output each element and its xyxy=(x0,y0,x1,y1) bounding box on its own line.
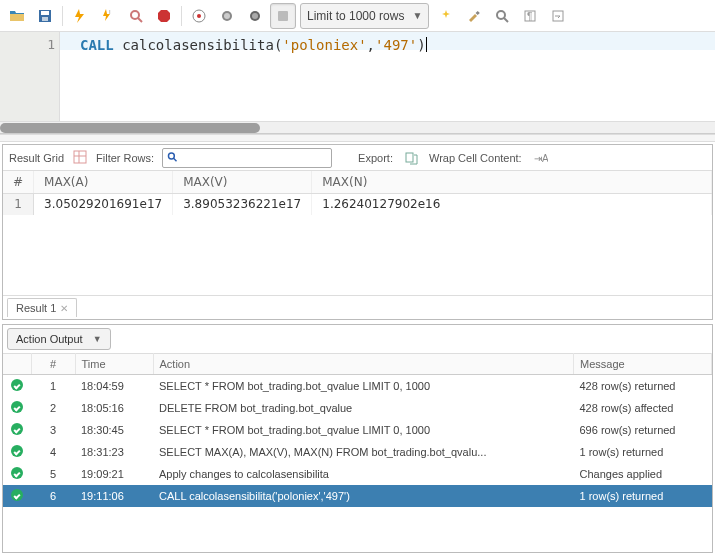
sql-toolbar: I Limit to 1000 rows ▼ ¶ xyxy=(0,0,715,32)
col-status[interactable] xyxy=(3,354,31,375)
col-message[interactable]: Message xyxy=(574,354,712,375)
cell-status xyxy=(3,441,31,463)
result-row[interactable]: 13.05029201691e173.89053236221e171.26240… xyxy=(3,193,712,215)
filter-rows-label: Filter Rows: xyxy=(96,152,154,164)
cell-action: SELECT * FROM bot_trading.bot_qvalue LIM… xyxy=(153,419,574,441)
success-icon xyxy=(11,467,23,479)
action-row[interactable]: 218:05:16DELETE FROM bot_trading.bot_qva… xyxy=(3,397,712,419)
action-output-panel: Action Output ▼ # Time Action Message 11… xyxy=(2,324,713,553)
scrollbar-thumb[interactable] xyxy=(0,123,260,133)
cell-num: 6 xyxy=(31,485,75,507)
svg-rect-20 xyxy=(74,151,86,163)
cell-message: Changes applied xyxy=(574,463,712,485)
cell-value[interactable]: 3.89053236221e17 xyxy=(173,193,312,215)
cell-action: CALL calcolasensibilita('poloniex','497'… xyxy=(153,485,574,507)
action-row[interactable]: 619:11:06CALL calcolasensibilita('poloni… xyxy=(3,485,712,507)
action-row[interactable]: 418:31:23SELECT MAX(A), MAX(V), MAX(N) F… xyxy=(3,441,712,463)
cell-message: 428 row(s) affected xyxy=(574,397,712,419)
col-max-a[interactable]: MAX(A) xyxy=(34,171,173,193)
col-max-v[interactable]: MAX(V) xyxy=(173,171,312,193)
cell-status xyxy=(3,463,31,485)
cell-status xyxy=(3,419,31,441)
svg-line-16 xyxy=(504,18,508,22)
svg-line-5 xyxy=(138,18,142,22)
export-label: Export: xyxy=(358,152,393,164)
stop-button[interactable] xyxy=(151,3,177,29)
cell-message: 1 row(s) returned xyxy=(574,441,712,463)
chevron-down-icon: ▼ xyxy=(93,334,102,344)
close-icon[interactable]: ✕ xyxy=(60,303,68,314)
svg-text:¶: ¶ xyxy=(527,11,532,22)
col-time[interactable]: Time xyxy=(75,354,153,375)
brush-button[interactable] xyxy=(461,3,487,29)
toggle-wrap-button[interactable] xyxy=(545,3,571,29)
filter-rows-input-wrap[interactable] xyxy=(162,148,332,168)
action-output-label: Action Output xyxy=(16,333,83,345)
svg-rect-1 xyxy=(41,11,49,15)
save-button[interactable] xyxy=(32,3,58,29)
sql-editor[interactable]: 1 ✕ CALL calcolasensibilita('poloniex','… xyxy=(0,32,715,134)
open-file-button[interactable] xyxy=(4,3,30,29)
editor-content[interactable]: CALL calcolasensibilita('poloniex','497'… xyxy=(60,32,715,133)
cell-value[interactable]: 3.05029201691e17 xyxy=(34,193,173,215)
cell-num: 2 xyxy=(31,397,75,419)
result-grid[interactable]: # MAX(A) MAX(V) MAX(N) 13.05029201691e17… xyxy=(3,171,712,295)
filter-rows-input[interactable] xyxy=(183,152,327,164)
col-action[interactable]: Action xyxy=(153,354,574,375)
col-max-n[interactable]: MAX(N) xyxy=(312,171,712,193)
find-button[interactable] xyxy=(489,3,515,29)
chevron-down-icon: ▼ xyxy=(412,10,422,21)
tab-label: Result 1 xyxy=(16,302,56,314)
execute-current-button[interactable]: I xyxy=(95,3,121,29)
cell-action: Apply changes to calcolasensibilita xyxy=(153,463,574,485)
cell-value[interactable]: 1.26240127902e16 xyxy=(312,193,712,215)
action-output-dropdown[interactable]: Action Output ▼ xyxy=(7,328,111,350)
svg-rect-25 xyxy=(406,153,413,162)
toggle-invisible-button[interactable]: ¶ xyxy=(517,3,543,29)
autocommit-button[interactable] xyxy=(242,3,268,29)
cell-num: 1 xyxy=(31,375,75,398)
execute-button[interactable] xyxy=(67,3,93,29)
success-icon xyxy=(11,445,23,457)
svg-marker-6 xyxy=(158,10,170,22)
cell-num: 3 xyxy=(31,419,75,441)
tab-result-1[interactable]: Result 1 ✕ xyxy=(7,298,77,317)
svg-rect-14 xyxy=(476,10,480,14)
svg-point-8 xyxy=(197,14,201,18)
svg-point-10 xyxy=(224,13,230,19)
limit-rows-dropdown[interactable]: Limit to 1000 rows ▼ xyxy=(300,3,429,29)
action-row[interactable]: 318:30:45SELECT * FROM bot_trading.bot_q… xyxy=(3,419,712,441)
cell-status xyxy=(3,375,31,398)
rollback-button[interactable] xyxy=(214,3,240,29)
cell-message: 696 row(s) returned xyxy=(574,419,712,441)
cell-action: DELETE FROM bot_trading.bot_qvalue xyxy=(153,397,574,419)
svg-point-4 xyxy=(131,11,139,19)
cell-time: 18:31:23 xyxy=(75,441,153,463)
cell-time: 19:11:06 xyxy=(75,485,153,507)
action-header-row: # Time Action Message xyxy=(3,354,712,375)
cell-num: 5 xyxy=(31,463,75,485)
action-output-grid[interactable]: # Time Action Message 118:04:59SELECT * … xyxy=(3,353,712,552)
beautify-button[interactable] xyxy=(433,3,459,29)
export-button[interactable] xyxy=(401,148,421,168)
toggle-limit-button[interactable] xyxy=(270,3,296,29)
explain-button[interactable] xyxy=(123,3,149,29)
grid-icon xyxy=(72,149,88,167)
editor-gutter: 1 ✕ xyxy=(0,32,60,133)
action-row[interactable]: 519:09:21Apply changes to calcolasensibi… xyxy=(3,463,712,485)
splitter[interactable] xyxy=(0,134,715,142)
cell-message: 1 row(s) returned xyxy=(574,485,712,507)
search-icon xyxy=(167,151,179,164)
wrap-cell-button[interactable]: ⇥A xyxy=(530,148,550,168)
col-num[interactable]: # xyxy=(31,354,75,375)
cell-time: 18:04:59 xyxy=(75,375,153,398)
cell-time: 18:05:16 xyxy=(75,397,153,419)
cell-time: 18:30:45 xyxy=(75,419,153,441)
commit-button[interactable] xyxy=(186,3,212,29)
cell-time: 19:09:21 xyxy=(75,463,153,485)
col-rownum[interactable]: # xyxy=(3,171,34,193)
text-cursor xyxy=(426,37,427,52)
editor-h-scrollbar[interactable] xyxy=(0,121,715,133)
action-row[interactable]: 118:04:59SELECT * FROM bot_trading.bot_q… xyxy=(3,375,712,398)
cell-action: SELECT * FROM bot_trading.bot_qvalue LIM… xyxy=(153,375,574,398)
